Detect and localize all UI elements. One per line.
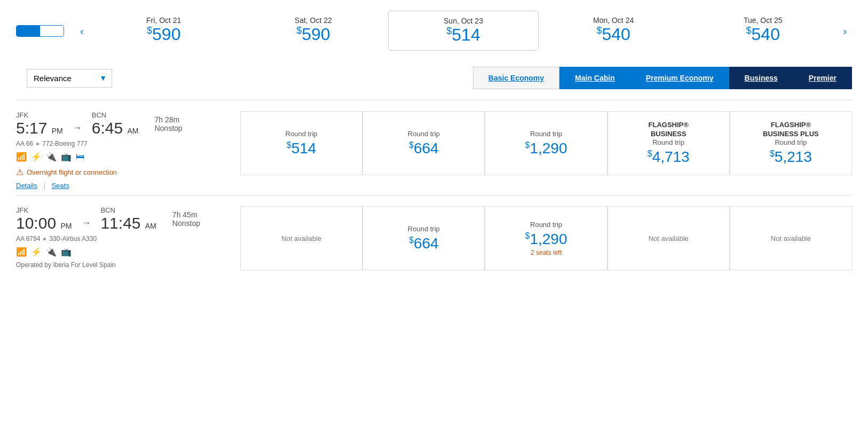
date-price: $540 [691,25,835,44]
date-label: Tue, Oct 25 [691,16,835,25]
fare-card-basic-economy[interactable]: Round trip $514 [240,111,362,175]
next-date-arrow[interactable]: › [838,26,852,36]
date-price: $590 [241,25,385,44]
wifi-icon: 📶 [16,152,27,162]
warning-icon: ⚠ [16,167,23,177]
cabin-tab-business[interactable]: Business [729,67,793,89]
fare-label: Round trip [286,130,318,138]
date-col-sun-oct-23[interactable]: Sun, Oct 23 $514 [388,11,539,51]
flight-number: AA 66 [16,140,33,147]
usb-icon: 🔌 [46,247,57,257]
cabin-tabs: Basic EconomyMain CabinPremium EconomyBu… [473,67,852,89]
cabin-tab-premier[interactable]: Premier [793,67,852,89]
details-link[interactable]: Details [16,182,37,190]
fare-card-business[interactable]: FLAGSHIP®BUSINESS Round trip $4,713 [607,111,730,175]
date-label: Sat, Oct 22 [241,16,385,25]
fare-card-business: Not available [607,206,730,270]
entertainment-icon: 📺 [61,247,72,257]
fare-price: $1,290 [525,140,567,157]
flight-row-flight-2: JFK 10:00 PM → BCN 11:45 AM 7h 45m Nonst… [16,195,852,276]
arrive-period: AM [127,127,138,135]
depart-block: JFK 5:17 PM [16,111,63,137]
date-col-mon-oct-24[interactable]: Mon, Oct 24 $540 [539,11,688,51]
wifi-icon: 📶 [16,247,27,257]
amenities-row: 📶⚡🔌📺🛏 [16,152,230,162]
fare-price: $5,213 [770,148,812,166]
date-col-sat-oct-22[interactable]: Sat, Oct 22 $590 [239,11,388,51]
date-col-tue-oct-25[interactable]: Tue, Oct 25 $540 [688,11,838,51]
duration-text: 7h 45m [172,210,226,219]
depart-block: JFK 10:00 PM [16,206,72,232]
fare-price: $664 [409,235,439,252]
flight-meta: AA 66 772-Boeing 777 [16,140,230,147]
date-label: Mon, Oct 24 [541,16,685,25]
depart-period: PM [52,127,63,135]
flagship-title: FLAGSHIP®BUSINESS [649,121,689,139]
flight-main: JFK 5:17 PM → BCN 6:45 AM 7h 28m Nonstop… [16,111,852,190]
arrow-right-icon: → [73,122,82,134]
cabin-tab-basic-economy[interactable]: Basic Economy [473,67,559,89]
fare-price: $664 [409,140,439,157]
origin-code: JFK [16,206,72,214]
date-price: $540 [541,25,685,44]
origin-code: JFK [16,111,63,119]
not-available-text: Not available [771,234,811,243]
seats-left: 2 seats left [531,249,562,256]
usb-icon: 🔌 [46,152,57,162]
fare-price: $1,290 [525,231,567,248]
depart-period: PM [60,222,72,230]
fare-card-main-cabin[interactable]: Round trip $664 [362,206,485,270]
not-available-text: Not available [649,234,689,243]
sort-select-wrapper: RelevancePriceDurationDepartureArrival ▼ [27,69,112,88]
entertainment-icon: 📺 [61,152,72,162]
main-container: ‹ Fri, Oct 21 $590 Sat, Oct 22 $590 Sun,… [0,0,868,438]
fare-card-premium-economy[interactable]: Round trip $1,290 2 seats left [485,206,607,270]
cabin-tab-premium-economy[interactable]: Premium Economy [630,67,729,89]
sort-select[interactable]: RelevancePriceDurationDepartureArrival [27,69,112,88]
stops-text: Nonstop [172,219,226,228]
separator: | [43,182,45,190]
aircraft-type: 772-Boeing 777 [42,140,88,147]
fare-label: Round trip [408,225,440,233]
flight-row-flight-1: JFK 5:17 PM → BCN 6:45 AM 7h 28m Nonstop… [16,100,852,195]
arrive-block: BCN 6:45 AM [92,111,139,137]
fare-label: Round trip [652,138,684,146]
date-col-fri-oct-21[interactable]: Fri, Oct 21 $590 [89,11,239,51]
fare-price: $4,713 [648,148,690,166]
stops-text: Nonstop [154,124,208,132]
operated-by: Operated by Iberia For Level Spain [16,261,230,269]
fare-card-premium-economy[interactable]: Round trip $1,290 [485,111,607,175]
links-row: Details | Seats [16,182,230,190]
fare-card-main-cabin[interactable]: Round trip $664 [362,111,485,175]
flight-info: JFK 5:17 PM → BCN 6:45 AM 7h 28m Nonstop… [16,111,230,190]
power-icon: ⚡ [31,152,42,162]
date-navigation: ‹ Fri, Oct 21 $590 Sat, Oct 22 $590 Sun,… [16,11,852,51]
warning-text: Overnight flight or connection [27,168,117,176]
seats-link[interactable]: Seats [51,182,69,190]
arrive-period: AM [145,222,156,230]
not-available-text: Not available [281,234,321,243]
arrow-right-icon: → [81,217,91,229]
depart-time: 10:00 PM [16,214,72,232]
arrive-block: BCN 11:45 AM [100,206,156,232]
power-icon: ⚡ [31,247,42,257]
fare-label: Round trip [530,221,562,229]
flexible-button[interactable] [40,26,64,36]
flight-number: AA 8794 [16,235,40,243]
cabin-tab-main-cabin[interactable]: Main Cabin [559,67,630,89]
flight-main: JFK 10:00 PM → BCN 11:45 AM 7h 45m Nonst… [16,206,852,270]
date-label: Fri, Oct 21 [92,16,236,25]
fare-label: Round trip [530,130,562,138]
flights-container: JFK 5:17 PM → BCN 6:45 AM 7h 28m Nonstop… [16,100,852,276]
date-price: $514 [391,25,535,45]
fare-card-premier[interactable]: FLAGSHIP®BUSINESS PLUS Round trip $5,213 [730,111,852,175]
prev-date-arrow[interactable]: ‹ [75,26,89,36]
fare-card-premier: Not available [730,206,852,270]
lowest-fare-button[interactable] [17,26,40,36]
flight-info: JFK 10:00 PM → BCN 11:45 AM 7h 45m Nonst… [16,206,230,269]
duration-text: 7h 28m [154,115,208,124]
duration-block: 7h 28m Nonstop [154,115,208,132]
lie-flat-icon: 🛏 [76,152,84,162]
aircraft-type: 330-Airbus A330 [49,235,97,243]
duration-block: 7h 45m Nonstop [172,210,226,228]
